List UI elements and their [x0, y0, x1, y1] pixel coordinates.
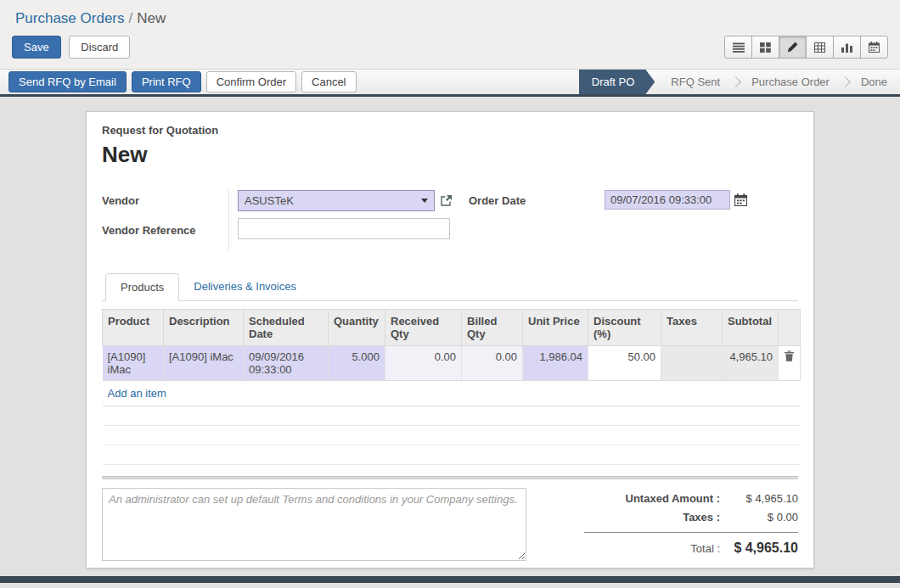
vendor-reference-label: Vendor Reference	[102, 222, 228, 250]
order-line-row: [A1090] iMac [A1090] iMac 09/09/2016 09:…	[103, 346, 801, 381]
empty-line-row	[103, 426, 801, 445]
status-rfq-sent-label: RFQ Sent	[671, 76, 720, 88]
order-date-input[interactable]	[605, 190, 730, 210]
col-header-subtotal[interactable]: Subtotal	[723, 310, 779, 346]
status-done[interactable]: Done	[848, 70, 900, 94]
notebook-tabs: Products Deliveries & Invoices	[102, 273, 798, 301]
col-header-product[interactable]: Product	[103, 310, 164, 346]
order-lines-table: Product Description Scheduled Date Quant…	[102, 309, 801, 465]
empty-line-row	[103, 406, 801, 426]
total-label: Total :	[690, 542, 720, 555]
order-date-label: Order Date	[469, 194, 605, 222]
view-switcher	[724, 36, 888, 59]
breadcrumb-separator: /	[129, 10, 133, 26]
pivot-icon	[814, 42, 825, 53]
cell-subtotal: 4,965.10	[723, 346, 779, 381]
totals-block: Untaxed Amount : $ 4,965.10 Taxes : $ 0.…	[584, 488, 798, 562]
kanban-view-button[interactable]	[751, 36, 779, 59]
status-done-label: Done	[861, 76, 887, 88]
breadcrumb: Purchase Orders/New	[0, 0, 900, 31]
dropdown-caret-icon	[421, 199, 428, 203]
cell-received-qty: 0.00	[385, 346, 462, 381]
col-header-billed-qty[interactable]: Billed Qty	[462, 310, 523, 346]
top-bar: Purchase Orders/New Save Discard	[0, 0, 900, 69]
col-header-unit-price[interactable]: Unit Price	[523, 310, 588, 346]
page-title: New	[102, 142, 798, 168]
taxes-label: Taxes :	[683, 511, 720, 524]
col-header-taxes[interactable]: Taxes	[661, 310, 723, 346]
form-sheet: Request for Quotation New Vendor Vendor …	[86, 111, 814, 568]
vendor-select[interactable]: ASUSTeK	[238, 190, 435, 211]
breadcrumb-parent-link[interactable]: Purchase Orders	[15, 10, 125, 26]
tab-deliveries-invoices[interactable]: Deliveries & Invoices	[179, 273, 311, 300]
toolbar: Save Discard	[0, 31, 900, 69]
cell-discount[interactable]: 50.00	[588, 346, 661, 381]
calendar-view-button[interactable]	[860, 36, 888, 59]
cell-description[interactable]: [A1090] iMac	[164, 346, 244, 381]
status-purchase-order-label: Purchase Order	[751, 76, 830, 88]
col-header-received-qty[interactable]: Received Qty	[385, 310, 462, 346]
vendor-reference-input[interactable]	[238, 218, 450, 239]
cancel-button[interactable]: Cancel	[301, 71, 356, 92]
discard-button[interactable]: Discard	[69, 36, 130, 59]
table-header-row: Product Description Scheduled Date Quant…	[103, 310, 801, 346]
bottom-dark-bar	[0, 576, 900, 583]
form-fields: Vendor Vendor Reference ASUSTeK	[102, 190, 798, 250]
vendor-value: ASUSTeK	[245, 194, 294, 207]
graph-view-button[interactable]	[833, 36, 861, 59]
tab-products[interactable]: Products	[105, 273, 179, 301]
col-header-actions	[779, 310, 801, 346]
document-type-label: Request for Quotation	[102, 124, 798, 137]
status-pipeline: Draft PO RFQ Sent Purchase Order Done	[579, 70, 900, 94]
cell-product[interactable]: [A1090] iMac	[103, 346, 164, 381]
breadcrumb-current: New	[137, 10, 166, 26]
cell-quantity[interactable]: 5.000	[329, 346, 385, 381]
status-draft-po: Draft PO	[579, 70, 655, 94]
untaxed-amount-value: $ 4,965.10	[720, 492, 798, 505]
form-view-button[interactable]	[779, 36, 807, 59]
add-an-item-link[interactable]: Add an item	[108, 387, 166, 400]
total-value: $ 4,965.10	[720, 540, 798, 556]
content-area: Request for Quotation New Vendor Vendor …	[0, 97, 900, 576]
add-item-row: Add an item	[103, 381, 801, 406]
kanban-icon	[760, 42, 771, 53]
graph-icon	[841, 42, 852, 53]
list-view-button[interactable]	[724, 36, 752, 59]
list-icon	[733, 42, 745, 53]
cell-taxes[interactable]	[661, 346, 723, 381]
print-rfq-button[interactable]: Print RFQ	[132, 71, 201, 92]
send-rfq-by-email-button[interactable]: Send RFQ by Email	[8, 71, 127, 92]
confirm-order-button[interactable]: Confirm Order	[206, 71, 296, 92]
cell-unit-price[interactable]: 1,986.04	[523, 346, 588, 381]
form-edit-icon	[787, 42, 798, 53]
status-rfq-sent[interactable]: RFQ Sent	[658, 70, 733, 94]
cell-billed-qty: 0.00	[462, 346, 523, 381]
pivot-view-button[interactable]	[806, 36, 834, 59]
trash-icon	[785, 351, 794, 364]
vendor-label: Vendor	[102, 194, 228, 222]
col-header-quantity[interactable]: Quantity	[329, 310, 385, 346]
col-header-scheduled-date[interactable]: Scheduled Date	[244, 310, 329, 346]
date-picker-calendar-icon[interactable]	[734, 190, 747, 210]
cell-scheduled-date[interactable]: 09/09/2016 09:33:00	[244, 346, 329, 381]
status-draft-po-label: Draft PO	[592, 76, 635, 88]
col-header-discount[interactable]: Discount (%)	[588, 310, 661, 346]
taxes-value: $ 0.00	[720, 511, 798, 524]
terms-conditions-textarea[interactable]	[102, 488, 526, 561]
delete-line-button[interactable]	[779, 346, 801, 381]
status-purchase-order[interactable]: Purchase Order	[739, 70, 842, 94]
total-divider	[584, 532, 798, 533]
calendar-icon	[869, 42, 880, 53]
status-bar: Send RFQ by Email Print RFQ Confirm Orde…	[0, 69, 900, 97]
untaxed-amount-label: Untaxed Amount :	[626, 492, 720, 505]
open-vendor-record-button[interactable]	[440, 190, 453, 211]
save-button[interactable]: Save	[12, 36, 61, 59]
section-divider	[102, 476, 798, 479]
empty-line-row	[103, 445, 801, 465]
col-header-description[interactable]: Description	[164, 310, 244, 346]
